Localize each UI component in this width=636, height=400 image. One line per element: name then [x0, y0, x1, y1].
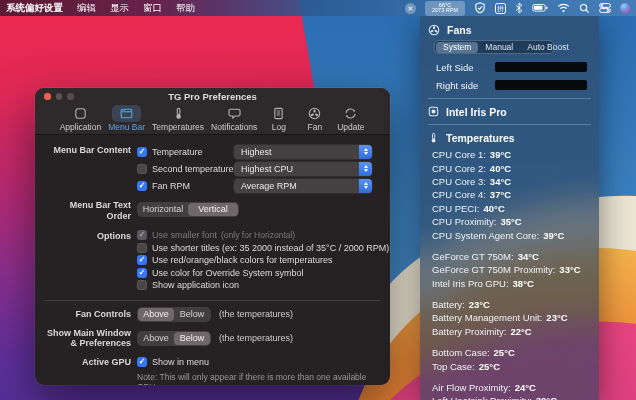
show-main-window-row: Show Main Window & Preferences Above Bel…: [45, 328, 380, 349]
menu-bar-content-label: Menu Bar Content: [45, 143, 137, 194]
search-icon[interactable]: [579, 3, 590, 14]
case-temp-group: Bottom Case: 25°C Top Case: 25°C: [432, 346, 587, 373]
window-titlebar[interactable]: TG Pro Preferences: [35, 88, 390, 104]
shield-check-icon[interactable]: [474, 2, 486, 14]
bluetooth-icon[interactable]: [515, 2, 523, 14]
temperatures-section: Temperatures CPU Core 1: 39°C CPU Core 2…: [420, 131, 599, 400]
dismiss-circle-icon[interactable]: ✕: [405, 3, 416, 14]
wifi-icon[interactable]: [557, 3, 570, 13]
fan-rpm-checkbox[interactable]: ✓: [137, 181, 147, 191]
gpu-header: Intel Iris Pro: [432, 105, 587, 118]
siri-icon[interactable]: [620, 3, 630, 13]
temperature-row: GeForce GT 750M Proximity: 33°C: [432, 263, 587, 276]
temperature-row: Bottom Case: 25°C: [432, 346, 587, 359]
temperature-value: 33°C: [559, 264, 580, 275]
temperature-label: GeForce GT 750M Proximity:: [432, 264, 555, 275]
tab-temperatures[interactable]: Temperatures: [152, 105, 204, 131]
divider: [428, 98, 591, 99]
show-main-window-above[interactable]: Above: [138, 332, 174, 345]
fan-rpm-source-value: Average RPM: [241, 181, 297, 191]
temperature-row: CPU Core 1: 39°C: [432, 148, 587, 161]
fan-mode-segmented-control: System Manual Auto Boost: [434, 40, 554, 54]
show-main-window-below[interactable]: Below: [174, 332, 210, 345]
application-icon: [66, 105, 95, 122]
temperature-value: 39°C: [490, 149, 511, 160]
fan-rpm-source-dropdown[interactable]: Average RPM: [234, 179, 372, 193]
minimize-button[interactable]: [56, 93, 63, 100]
right-fan-label: Right side: [436, 80, 478, 91]
text-order-horizontal[interactable]: Horizontal: [138, 203, 188, 216]
show-in-menu-checkbox[interactable]: ✓: [137, 357, 147, 367]
show-app-icon-row: Show application icon: [137, 279, 380, 292]
gpu-temp-group: GeForce GT 750M: 34°C GeForce GT 750M Pr…: [432, 250, 587, 290]
temperature-value: 25°C: [479, 361, 500, 372]
menu-bar-status-area: ✕ 66°C 2073 RPM 拼: [405, 1, 630, 16]
temperature-checkbox[interactable]: ✓: [137, 147, 147, 157]
fan-mode-manual[interactable]: Manual: [478, 42, 520, 53]
temperature-value: 23°C: [546, 312, 567, 323]
temperature-row: CPU Proximity: 35°C: [432, 215, 587, 228]
tab-fan[interactable]: Fan: [300, 105, 329, 131]
input-method-icon[interactable]: 拼: [495, 3, 506, 14]
temperature-value: 34°C: [518, 251, 539, 262]
right-fan-row: Right side: [432, 78, 587, 92]
options-label: Options: [45, 229, 137, 292]
second-temperature-checkbox[interactable]: [137, 164, 147, 174]
use-smaller-font-row: ✓ Use smaller font (only for Horizontal): [137, 229, 380, 242]
use-shorter-titles-checkbox[interactable]: [137, 243, 147, 253]
temperatures-header: Temperatures: [432, 131, 587, 144]
temperature-row: Top Case: 25°C: [432, 359, 587, 372]
use-colors-checkbox[interactable]: ✓: [137, 255, 147, 265]
temperature-label: CPU PECI:: [432, 203, 480, 214]
temperature-value: 37°C: [490, 189, 511, 200]
fan-rpm-setting-row: ✓ Fan RPM Average RPM: [137, 177, 380, 194]
traffic-lights: [44, 93, 74, 100]
show-main-window-segmented-control: Above Below: [137, 331, 211, 346]
app-menu-system-preferences[interactable]: 系统偏好设置: [6, 2, 63, 15]
tab-application[interactable]: Application: [60, 105, 102, 131]
window-title: TG Pro Preferences: [35, 91, 390, 102]
fan-controls-above[interactable]: Above: [138, 308, 174, 321]
override-symbol-color-checkbox[interactable]: ✓: [137, 268, 147, 278]
right-fan-slider[interactable]: [495, 80, 587, 90]
temperature-value: 39°C: [543, 230, 564, 241]
tgpro-menubar-item[interactable]: 66°C 2073 RPM: [425, 1, 465, 16]
tab-log[interactable]: Log: [264, 105, 293, 131]
active-gpu-row: Active GPU ✓ Show in menu Note: This wil…: [45, 355, 380, 386]
second-temperature-checkbox-label: Second temperature: [152, 164, 234, 174]
app-menu-window[interactable]: 窗口: [143, 2, 162, 15]
left-fan-slider[interactable]: [495, 62, 587, 72]
fan-mode-system[interactable]: System: [436, 42, 478, 53]
show-app-icon-checkbox[interactable]: [137, 280, 147, 290]
battery-icon[interactable]: [532, 3, 548, 13]
text-order-vertical[interactable]: Vertical: [188, 203, 238, 216]
tab-update[interactable]: Update: [336, 105, 365, 131]
dropdown-stepper-icon: [359, 145, 372, 159]
app-menu-edit[interactable]: 编辑: [77, 2, 96, 15]
temperature-label: Battery Proximity:: [432, 326, 506, 337]
use-colors-label: Use red/orange/black colors for temperat…: [152, 255, 333, 265]
temperature-value: 38°C: [513, 278, 534, 289]
temperature-label: CPU Proximity:: [432, 216, 496, 227]
temperature-row: CPU Core 3: 34°C: [432, 175, 587, 188]
zoom-button[interactable]: [67, 93, 74, 100]
use-smaller-font-note: (only for Horizontal): [221, 230, 295, 240]
fan-mode-auto-boost[interactable]: Auto Boost: [520, 42, 576, 53]
fan-controls-below[interactable]: Below: [174, 308, 210, 321]
temperature-label: GeForce GT 750M:: [432, 251, 514, 262]
tab-notifications[interactable]: Notifications: [211, 105, 257, 131]
tab-menu-bar[interactable]: Menu Bar: [108, 105, 145, 131]
text-order-segmented-control: Horizontal Vertical: [137, 202, 239, 217]
close-button[interactable]: [44, 93, 51, 100]
second-temperature-source-dropdown[interactable]: Highest CPU: [234, 162, 372, 176]
temperature-setting-row: ✓ Temperature Highest: [137, 143, 380, 160]
menubar-icon: [112, 105, 141, 122]
control-center-icon[interactable]: [599, 3, 611, 13]
temperature-label: Top Case:: [432, 361, 475, 372]
use-smaller-font-checkbox[interactable]: ✓: [137, 230, 147, 240]
thermometer-icon: [164, 105, 193, 122]
app-menu-help[interactable]: 帮助: [176, 2, 195, 15]
temperature-value: 30°C: [536, 395, 557, 400]
temperature-source-dropdown[interactable]: Highest: [234, 145, 372, 159]
app-menu-view[interactable]: 显示: [110, 2, 129, 15]
